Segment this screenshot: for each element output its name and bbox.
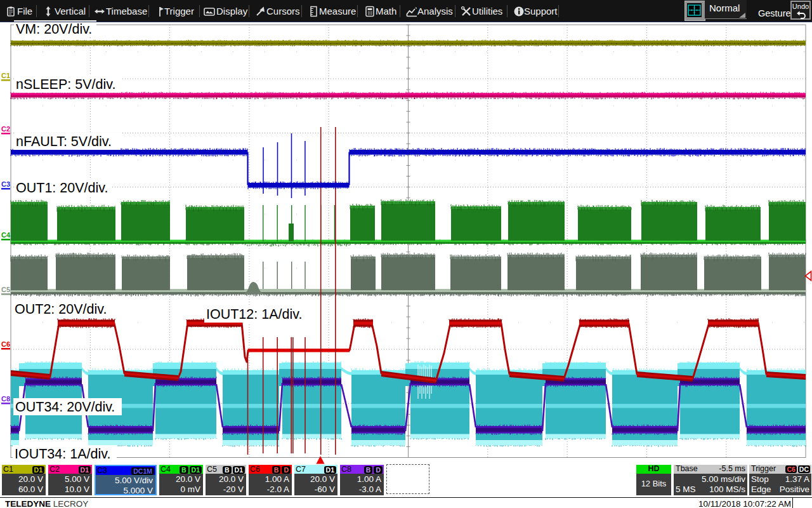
svg-text:C8: C8 xyxy=(1,395,10,403)
svg-text:C2: C2 xyxy=(1,125,10,133)
svg-text:C3: C3 xyxy=(1,180,10,188)
svg-text:OUT2: 20V/div.: OUT2: 20V/div. xyxy=(15,302,107,317)
svg-text:C1: C1 xyxy=(1,72,10,79)
svg-text:IOUT12: 1A/div.: IOUT12: 1A/div. xyxy=(206,307,302,322)
svg-text:C6: C6 xyxy=(1,340,10,348)
svg-text:nFAULT: 5V/div.: nFAULT: 5V/div. xyxy=(16,134,112,149)
svg-text:C5: C5 xyxy=(1,286,10,293)
svg-text:nSLEEP: 5V/div.: nSLEEP: 5V/div. xyxy=(16,77,115,92)
svg-text:OUT34: 20V/div.: OUT34: 20V/div. xyxy=(15,399,115,415)
svg-text:OUT1: 20V/div.: OUT1: 20V/div. xyxy=(16,180,108,196)
svg-text:C4: C4 xyxy=(1,231,11,239)
svg-text:VM: 20V/div.: VM: 20V/div. xyxy=(16,22,92,37)
svg-text:IOUT34: 1A/div.: IOUT34: 1A/div. xyxy=(15,446,110,462)
